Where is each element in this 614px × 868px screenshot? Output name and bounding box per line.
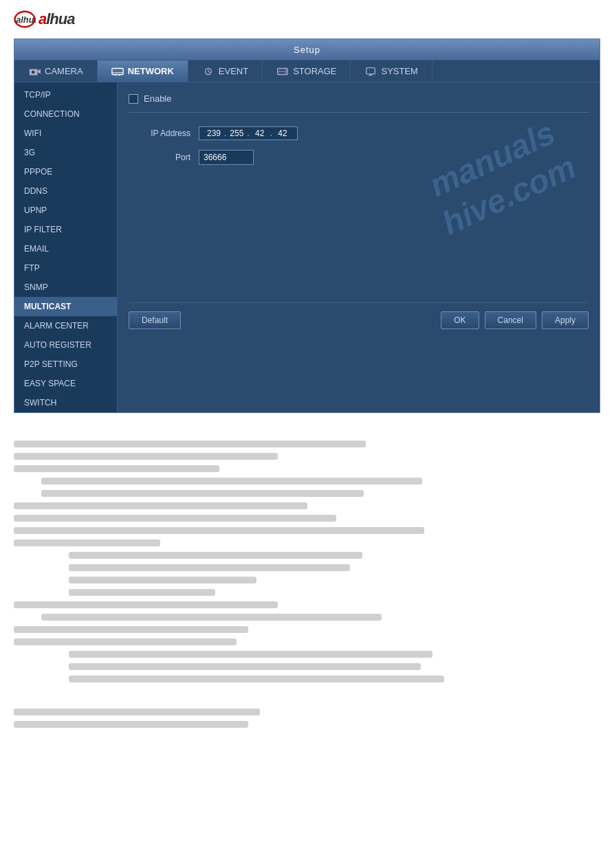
default-button[interactable]: Default: [129, 311, 181, 329]
sidebar-item-p2psetting[interactable]: P2P SETTING: [14, 355, 117, 374]
main-container: Setup CAMERA NETWORK: [14, 38, 600, 413]
camera-icon: [28, 67, 41, 76]
main-panel: manuals hive.com Enable IP Address . . .: [118, 82, 600, 412]
port-input[interactable]: [199, 150, 254, 165]
ip-segment-4[interactable]: [272, 129, 293, 138]
sidebar-item-autoregister[interactable]: AUTO REGISTER: [14, 335, 117, 355]
below-content: [14, 427, 600, 728]
sidebar-item-ipfilter[interactable]: IP FILTER: [14, 220, 117, 239]
ip-address-row: IP Address . . .: [129, 126, 589, 140]
text-line: [41, 614, 382, 621]
ok-button[interactable]: OK: [441, 311, 479, 329]
sidebar-item-snmp[interactable]: SNMP: [14, 278, 117, 297]
sidebar-label-snmp: SNMP: [24, 282, 48, 292]
sidebar-label-tcpip: TCP/IP: [24, 90, 51, 100]
sidebar-label-3g: 3G: [24, 148, 35, 157]
svg-point-15: [285, 72, 287, 74]
network-icon: [111, 67, 124, 76]
sidebar-item-upnp[interactable]: UPNP: [14, 201, 117, 220]
text-line: [14, 721, 248, 728]
svg-point-14: [285, 69, 287, 70]
sidebar-item-3g[interactable]: 3G: [14, 143, 117, 162]
ip-address-label: IP Address: [129, 129, 190, 138]
tab-event-label: EVENT: [219, 66, 248, 76]
text-line: [14, 638, 237, 645]
text-line: [14, 539, 160, 546]
svg-point-4: [32, 70, 35, 74]
text-line: [41, 490, 364, 497]
text-line: [14, 502, 307, 509]
tab-network-label: NETWORK: [128, 66, 174, 76]
sidebar-item-switch[interactable]: SWITCH: [14, 393, 117, 412]
text-line: [14, 709, 260, 715]
storage-icon: [276, 67, 289, 76]
text-line: [41, 478, 422, 485]
text-line: [69, 676, 444, 682]
text-line: [14, 601, 278, 608]
sidebar-label-multicast: MULTICAST: [24, 302, 71, 311]
enable-label: Enable: [144, 93, 171, 104]
sidebar-item-ddns[interactable]: DDNS: [14, 181, 117, 201]
text-line: [14, 527, 424, 534]
text-line: [69, 663, 421, 670]
ip-segment-2[interactable]: [226, 129, 247, 138]
text-line: [14, 626, 248, 633]
sidebar-label-alarmcenter: ALARM CENTER: [24, 321, 89, 331]
sidebar-item-ftp[interactable]: FTP: [14, 258, 117, 278]
setup-title: Setup: [294, 45, 320, 55]
svg-line-11: [208, 71, 210, 73]
tab-system[interactable]: SYSTEM: [351, 60, 432, 82]
tab-camera-label: CAMERA: [45, 66, 83, 76]
sidebar-label-wifi: WIFI: [24, 129, 41, 138]
bottom-buttons: Default OK Cancel Apply: [129, 302, 589, 329]
sidebar-label-ddns: DDNS: [24, 186, 47, 196]
svg-rect-5: [112, 68, 123, 74]
tab-storage-label: STORAGE: [293, 66, 336, 76]
sidebar-label-p2psetting: P2P SETTING: [24, 359, 78, 369]
tab-network[interactable]: NETWORK: [98, 60, 188, 82]
text-line: [69, 564, 350, 571]
text-line: [14, 465, 219, 472]
sidebar-item-alarmcenter[interactable]: ALARM CENTER: [14, 316, 117, 335]
sidebar-label-email: EMAIL: [24, 244, 49, 254]
port-row: Port: [129, 150, 589, 165]
sidebar-item-tcpip[interactable]: TCP/IP: [14, 85, 117, 104]
port-label: Port: [129, 153, 190, 162]
apply-button[interactable]: Apply: [542, 311, 589, 329]
tab-storage[interactable]: STORAGE: [263, 60, 351, 82]
enable-checkbox[interactable]: [129, 94, 138, 104]
svg-rect-16: [366, 67, 375, 74]
tab-system-label: SYSTEM: [381, 66, 417, 76]
sidebar-label-ftp: FTP: [24, 263, 40, 273]
text-line: [14, 515, 336, 522]
text-line: [14, 453, 278, 460]
ip-segment-1[interactable]: [204, 129, 224, 138]
setup-titlebar: Setup: [14, 39, 600, 60]
tab-event[interactable]: EVENT: [188, 60, 263, 82]
text-line: [14, 441, 366, 447]
logo: alhua alhua: [14, 8, 600, 30]
sidebar-label-easyspace: EASY SPACE: [24, 379, 76, 388]
svg-text:alhua: alhua: [16, 14, 36, 25]
enable-row: Enable: [129, 93, 589, 113]
sidebar-item-pppoe[interactable]: PPPOE: [14, 162, 117, 181]
sidebar-label-ipfilter: IP FILTER: [24, 225, 62, 234]
sidebar-item-wifi[interactable]: WIFI: [14, 124, 117, 143]
logo-icon: alhua: [14, 8, 36, 30]
tab-camera[interactable]: CAMERA: [14, 60, 98, 82]
text-line: [69, 577, 256, 583]
system-icon: [364, 67, 377, 76]
sidebar-item-email[interactable]: EMAIL: [14, 239, 117, 258]
cancel-button[interactable]: Cancel: [485, 311, 536, 329]
event-icon: [202, 67, 215, 76]
top-nav: CAMERA NETWORK EVENT: [14, 60, 600, 82]
ip-segment-3[interactable]: [250, 129, 270, 138]
sidebar-label-switch: SWITCH: [24, 398, 56, 408]
sidebar-item-easyspace[interactable]: EASY SPACE: [14, 374, 117, 393]
text-line: [69, 552, 362, 559]
text-line: [69, 651, 432, 658]
sidebar-item-connection[interactable]: CONNECTION: [14, 104, 117, 124]
sidebar-label-autoregister: AUTO REGISTER: [24, 340, 91, 350]
sidebar-item-multicast[interactable]: MULTICAST: [14, 297, 117, 316]
ip-address-input-group[interactable]: . . .: [199, 126, 298, 140]
